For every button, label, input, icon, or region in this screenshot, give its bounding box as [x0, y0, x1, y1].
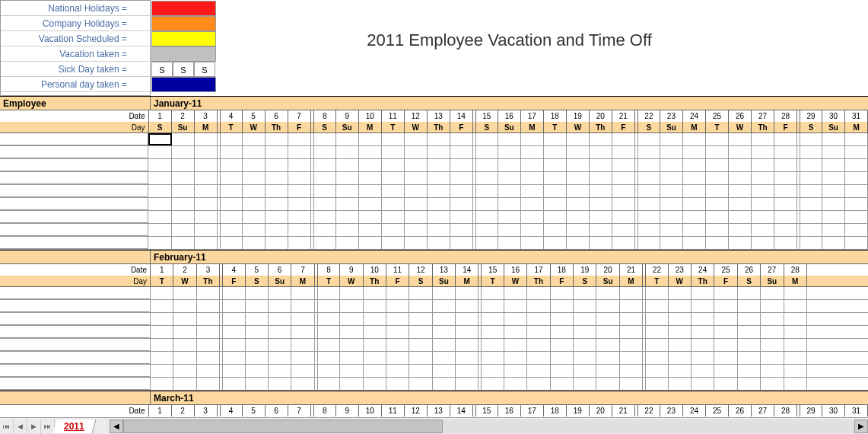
- grid-cell[interactable]: [340, 352, 363, 364]
- grid-cell[interactable]: [409, 287, 432, 299]
- grid-cell[interactable]: [692, 352, 714, 364]
- grid-cell[interactable]: [288, 237, 311, 249]
- grid-cell[interactable]: [498, 185, 521, 197]
- grid-cell[interactable]: [544, 146, 567, 158]
- grid-cell[interactable]: [291, 352, 314, 364]
- grid-cell[interactable]: [359, 185, 382, 197]
- grid-cell[interactable]: [313, 172, 336, 184]
- grid-cell[interactable]: [706, 211, 729, 223]
- grid-cell[interactable]: [340, 365, 363, 377]
- grid-cell[interactable]: [574, 313, 596, 325]
- grid-cell[interactable]: [567, 198, 590, 210]
- grid-cell[interactable]: [521, 146, 544, 158]
- grid-cell[interactable]: [481, 378, 504, 390]
- grid-cell[interactable]: [317, 300, 340, 312]
- grid-cell[interactable]: [291, 378, 314, 390]
- grid-cell[interactable]: [265, 211, 288, 223]
- grid-cell[interactable]: [172, 172, 195, 184]
- grid-cell[interactable]: [359, 133, 382, 145]
- grid-cell[interactable]: [784, 339, 807, 351]
- grid-cell[interactable]: [669, 300, 692, 312]
- grid-cell[interactable]: [567, 159, 590, 171]
- grid-cell[interactable]: [706, 185, 729, 197]
- grid-cell[interactable]: [822, 237, 845, 249]
- grid-cell[interactable]: [692, 339, 714, 351]
- grid-cell[interactable]: [521, 185, 544, 197]
- grid-cell[interactable]: [265, 146, 288, 158]
- grid-cell[interactable]: [692, 378, 714, 390]
- grid-cell[interactable]: [544, 133, 567, 145]
- grid-cell[interactable]: [291, 326, 314, 338]
- grid-cell[interactable]: [574, 326, 596, 338]
- grid-cell[interactable]: [409, 352, 432, 364]
- grid-cell[interactable]: [590, 211, 612, 223]
- grid-cell[interactable]: [265, 237, 288, 249]
- grid-cell[interactable]: [151, 313, 173, 325]
- grid-cell[interactable]: [845, 133, 868, 145]
- hscroll-thumb[interactable]: [123, 420, 443, 433]
- grid-cell[interactable]: [738, 287, 761, 299]
- grid-cell[interactable]: [173, 300, 196, 312]
- employee-name-cell[interactable]: [0, 185, 148, 197]
- grid-cell[interactable]: [246, 313, 269, 325]
- grid-cell[interactable]: [596, 352, 619, 364]
- grid-cell[interactable]: [660, 133, 683, 145]
- grid-cell[interactable]: [544, 224, 567, 236]
- grid-cell[interactable]: [456, 326, 479, 338]
- grid-cell[interactable]: [784, 352, 807, 364]
- grid-cell[interactable]: [148, 198, 171, 210]
- grid-cell[interactable]: [265, 224, 288, 236]
- grid-cell[interactable]: [336, 198, 359, 210]
- grid-cell[interactable]: [612, 159, 635, 171]
- grid-cell[interactable]: [313, 237, 336, 249]
- grid-cell[interactable]: [382, 159, 405, 171]
- grid-cell[interactable]: [336, 172, 359, 184]
- grid-cell[interactable]: [645, 287, 668, 299]
- grid-cell[interactable]: [475, 172, 498, 184]
- grid-cell[interactable]: [761, 339, 784, 351]
- grid-cell[interactable]: [752, 159, 774, 171]
- grid-cell[interactable]: [386, 300, 409, 312]
- grid-cell[interactable]: [265, 198, 288, 210]
- grid-cell[interactable]: [596, 287, 619, 299]
- grid-cell[interactable]: [669, 326, 692, 338]
- grid-cell[interactable]: [428, 172, 450, 184]
- grid-cell[interactable]: [456, 378, 479, 390]
- grid-cell[interactable]: [620, 287, 643, 299]
- grid-cell[interactable]: [173, 378, 196, 390]
- grid-cell[interactable]: [551, 313, 574, 325]
- grid-cell[interactable]: [729, 185, 752, 197]
- grid-cell[interactable]: [845, 211, 868, 223]
- grid-cell[interactable]: [433, 313, 456, 325]
- grid-cell[interactable]: [683, 159, 706, 171]
- grid-cell[interactable]: [222, 352, 245, 364]
- grid-cell[interactable]: [774, 185, 797, 197]
- grid-cell[interactable]: [551, 300, 574, 312]
- grid-cell[interactable]: [382, 237, 405, 249]
- grid-cell[interactable]: [551, 326, 574, 338]
- grid-cell[interactable]: [504, 352, 527, 364]
- grid-cell[interactable]: [596, 300, 619, 312]
- grid-cell[interactable]: [197, 326, 220, 338]
- grid-cell[interactable]: [504, 378, 527, 390]
- grid-cell[interactable]: [774, 133, 797, 145]
- grid-cell[interactable]: [822, 224, 845, 236]
- grid-cell[interactable]: [574, 378, 596, 390]
- grid-cell[interactable]: [481, 313, 504, 325]
- grid-cell[interactable]: [729, 159, 752, 171]
- grid-cell[interactable]: [475, 146, 498, 158]
- grid-cell[interactable]: [269, 326, 291, 338]
- grid-cell[interactable]: [288, 224, 311, 236]
- grid-cell[interactable]: [669, 365, 692, 377]
- grid-cell[interactable]: [645, 339, 668, 351]
- grid-cell[interactable]: [151, 378, 173, 390]
- grid-cell[interactable]: [450, 133, 473, 145]
- grid-cell[interactable]: [498, 237, 521, 249]
- grid-cell[interactable]: [845, 146, 868, 158]
- grid-cell[interactable]: [683, 172, 706, 184]
- grid-cell[interactable]: [450, 172, 473, 184]
- grid-cell[interactable]: [475, 224, 498, 236]
- grid-cell[interactable]: [774, 146, 797, 158]
- grid-cell[interactable]: [172, 224, 195, 236]
- grid-cell[interactable]: [683, 146, 706, 158]
